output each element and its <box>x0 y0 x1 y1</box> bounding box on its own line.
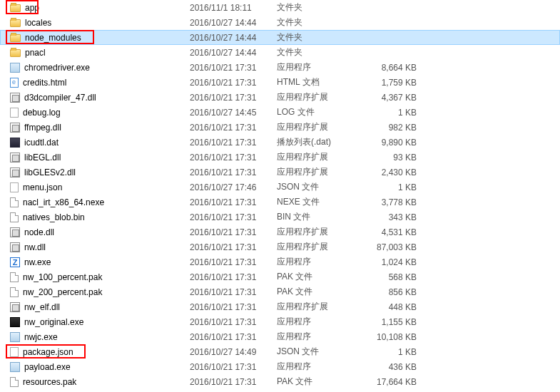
exe-icon <box>10 332 20 342</box>
file-row[interactable]: icudtl.dat2016/10/21 17:31播放列表(.dat)9,89… <box>0 135 560 150</box>
file-name-cell[interactable]: menu.json <box>10 182 190 192</box>
file-row[interactable]: menu.json2016/10/27 17:46JSON 文件1 KB <box>0 180 560 195</box>
file-row[interactable]: libEGL.dll2016/10/21 17:31应用程序扩展93 KB <box>0 150 560 165</box>
file-size: 1 KB <box>362 182 421 192</box>
dll-icon <box>10 167 20 177</box>
file-row[interactable]: libGLESv2.dll2016/10/21 17:31应用程序扩展2,430… <box>0 165 560 180</box>
file-row[interactable]: natives_blob.bin2016/10/21 17:31BIN 文件34… <box>0 210 560 225</box>
file-name-cell[interactable]: resources.pak <box>10 377 190 387</box>
file-name-cell[interactable]: app <box>10 3 190 13</box>
folder-icon <box>10 49 21 57</box>
file-name-cell[interactable]: node.dll <box>10 227 190 237</box>
file-date: 2016/10/21 17:31 <box>190 123 277 133</box>
file-name: credits.html <box>23 78 66 88</box>
file-row[interactable]: payload.exe2016/10/21 17:31应用程序436 KB <box>0 359 560 374</box>
file-type: 应用程序扩展 <box>277 301 362 313</box>
file-size: 17,664 KB <box>362 377 421 387</box>
file-name-cell[interactable]: libGLESv2.dll <box>10 167 190 177</box>
file-size: 4,531 KB <box>362 227 421 237</box>
file-name-cell[interactable]: package.json <box>10 347 190 357</box>
file-row[interactable]: nw_200_percent.pak2016/10/21 17:31PAK 文件… <box>0 284 560 299</box>
nw-icon: Z <box>10 257 20 267</box>
file-name: nw_200_percent.pak <box>23 287 102 297</box>
file-name-cell[interactable]: nwjc.exe <box>10 332 190 342</box>
file-type: 应用程序扩展 <box>277 241 362 253</box>
file-name-cell[interactable]: ffmpeg.dll <box>10 123 190 133</box>
file-date: 2016/10/27 14:49 <box>190 347 277 357</box>
file-row[interactable]: nw_original.exe2016/10/21 17:31应用程序1,155… <box>0 314 560 329</box>
file-type: PAK 文件 <box>277 286 362 298</box>
file-type: 应用程序扩展 <box>277 226 362 238</box>
file-row[interactable]: app2016/11/1 18:11文件夹 <box>0 0 560 15</box>
file-row[interactable]: debug.log2016/10/27 14:45LOG 文件1 KB <box>0 105 560 120</box>
json-icon <box>10 347 19 357</box>
file-name: nacl_irt_x86_64.nexe <box>23 197 104 207</box>
file-date: 2016/10/21 17:31 <box>190 272 277 282</box>
file-date: 2016/10/21 17:31 <box>190 153 277 163</box>
file-row[interactable]: nw_elf.dll2016/10/21 17:31应用程序扩展448 KB <box>0 299 560 314</box>
file-date: 2016/10/21 17:31 <box>190 257 277 267</box>
file-row[interactable]: nacl_irt_x86_64.nexe2016/10/21 17:31NEXE… <box>0 195 560 210</box>
file-row[interactable]: nw_100_percent.pak2016/10/21 17:31PAK 文件… <box>0 269 560 284</box>
file-name-cell[interactable]: locales <box>10 18 190 28</box>
file-row[interactable]: locales2016/10/27 14:44文件夹 <box>0 15 560 30</box>
file-name-cell[interactable]: node_modules <box>10 33 190 43</box>
file-list[interactable]: app2016/11/1 18:11文件夹locales2016/10/27 1… <box>0 0 560 389</box>
file-name-cell[interactable]: debug.log <box>10 108 190 118</box>
file-name: menu.json <box>23 182 62 192</box>
file-name-cell[interactable]: credits.html <box>10 78 190 88</box>
file-name: node.dll <box>24 227 54 237</box>
file-name-cell[interactable]: nw_elf.dll <box>10 302 190 312</box>
file-row[interactable]: nwjc.exe2016/10/21 17:31应用程序10,108 KB <box>0 329 560 344</box>
file-size: 1 KB <box>362 347 421 357</box>
file-row[interactable]: chromedriver.exe2016/10/21 17:31应用程序8,66… <box>0 60 560 75</box>
file-size: 568 KB <box>362 272 421 282</box>
file-name-cell[interactable]: icudtl.dat <box>10 138 190 148</box>
file-name-cell[interactable]: d3dcompiler_47.dll <box>10 93 190 103</box>
file-name-cell[interactable]: payload.exe <box>10 362 190 372</box>
file-date: 2016/10/21 17:31 <box>190 227 277 237</box>
file-date: 2016/10/21 17:31 <box>190 362 277 372</box>
file-name: debug.log <box>23 108 61 118</box>
file-name-cell[interactable]: libEGL.dll <box>10 153 190 163</box>
file-date: 2016/10/21 17:31 <box>190 138 277 148</box>
file-size: 982 KB <box>362 123 421 133</box>
file-date: 2016/10/21 17:31 <box>190 167 277 177</box>
dll-icon <box>10 227 20 237</box>
file-name-cell[interactable]: pnacl <box>10 48 190 58</box>
file-name-cell[interactable]: nacl_irt_x86_64.nexe <box>10 197 190 207</box>
file-row[interactable]: nw.dll2016/10/21 17:31应用程序扩展87,003 KB <box>0 239 560 254</box>
file-row[interactable]: d3dcompiler_47.dll2016/10/21 17:31应用程序扩展… <box>0 90 560 105</box>
file-name: d3dcompiler_47.dll <box>24 93 96 103</box>
file-date: 2016/10/27 14:45 <box>190 108 277 118</box>
file-row[interactable]: resources.pak2016/10/21 17:31PAK 文件17,66… <box>0 374 560 389</box>
file-type: 文件夹 <box>277 16 362 29</box>
file-row[interactable]: pnacl2016/10/27 14:44文件夹 <box>0 45 560 60</box>
file-name-cell[interactable]: nw_original.exe <box>10 317 190 327</box>
file-name-cell[interactable]: natives_blob.bin <box>10 212 190 222</box>
file-name-cell[interactable]: nw_200_percent.pak <box>10 287 190 297</box>
file-date: 2016/10/21 17:31 <box>190 332 277 342</box>
file-type: PAK 文件 <box>277 271 362 283</box>
file-name: chromedriver.exe <box>24 63 90 73</box>
file-size: 856 KB <box>362 287 421 297</box>
file-name-cell[interactable]: chromedriver.exe <box>10 63 190 73</box>
file-row[interactable]: node.dll2016/10/21 17:31应用程序扩展4,531 KB <box>0 225 560 239</box>
file-size: 1,024 KB <box>362 257 421 267</box>
file-row[interactable]: credits.html2016/10/21 17:31HTML 文档1,759… <box>0 75 560 90</box>
file-name-cell[interactable]: nw_100_percent.pak <box>10 272 190 282</box>
file-name: libEGL.dll <box>24 153 61 163</box>
file-size: 1 KB <box>362 108 421 118</box>
file-row[interactable]: node_modules2016/10/27 14:44文件夹 <box>0 30 560 45</box>
file-row[interactable]: ffmpeg.dll2016/10/21 17:31应用程序扩展982 KB <box>0 120 560 135</box>
file-row[interactable]: package.json2016/10/27 14:49JSON 文件1 KB <box>0 344 560 359</box>
log-icon <box>10 108 19 118</box>
file-name: icudtl.dat <box>24 138 58 148</box>
file-name: nw.dll <box>24 242 46 252</box>
file-row[interactable]: Znw.exe2016/10/21 17:31应用程序1,024 KB <box>0 254 560 269</box>
file-name: ffmpeg.dll <box>24 123 61 133</box>
file-type: 应用程序扩展 <box>277 166 362 178</box>
file-name-cell[interactable]: Znw.exe <box>10 257 190 267</box>
file-type: 应用程序 <box>277 256 362 268</box>
file-name-cell[interactable]: nw.dll <box>10 242 190 252</box>
